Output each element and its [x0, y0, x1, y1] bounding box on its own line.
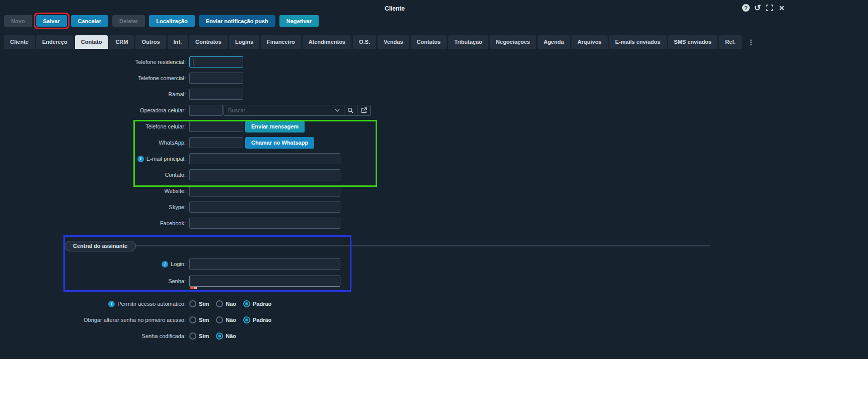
- skype-label: Skype:: [0, 204, 189, 210]
- search-icon[interactable]: [344, 105, 357, 115]
- tab-outros[interactable]: Outros: [135, 35, 166, 49]
- section-divider: [71, 245, 710, 246]
- info-icon: i: [162, 261, 168, 268]
- telefone-comercial-input[interactable]: [189, 73, 243, 84]
- operadora-celular-label: Operadora celular:: [0, 107, 189, 113]
- form-row-email-principal: i E-mail principal:: [0, 151, 789, 167]
- form-row-senha: Senha:: [0, 273, 789, 290]
- tab-logins[interactable]: Logins: [229, 35, 259, 49]
- codificada-sim-radio[interactable]: Sim: [189, 333, 209, 340]
- history-icon[interactable]: ↺: [753, 4, 762, 12]
- tab-financeiro[interactable]: Financeiro: [261, 35, 301, 49]
- radio-label: Padrão: [253, 317, 271, 323]
- login-input[interactable]: [189, 258, 340, 270]
- website-label: Website:: [0, 188, 189, 194]
- radio-circle: [243, 316, 250, 323]
- tab-atendimentos[interactable]: Atendimentos: [303, 35, 351, 49]
- radio-circle: [189, 316, 196, 323]
- tab-ref[interactable]: Ref.: [719, 35, 742, 49]
- tab-sms-enviados[interactable]: SMS enviados: [668, 35, 718, 49]
- radio-label: Padrão: [253, 301, 271, 307]
- fullscreen-icon[interactable]: [765, 4, 774, 12]
- enviar-notificacao-push-button[interactable]: Enviar notificação push: [199, 15, 275, 27]
- form-row-operadora-celular: Operadora celular: Buscar...: [0, 102, 789, 118]
- window-controls: ? ↺ ✕: [742, 4, 786, 12]
- permitir-padrao-radio[interactable]: Padrão: [243, 300, 271, 307]
- negativar-button[interactable]: Negativar: [279, 15, 319, 27]
- obrigar-padrao-radio[interactable]: Padrão: [243, 316, 271, 323]
- obrigar-senha-radio-group: Sim Não Padrão: [189, 316, 271, 323]
- tab-negociacoes[interactable]: Negociações: [490, 35, 536, 49]
- cancelar-button[interactable]: Cancelar: [71, 15, 108, 27]
- chevron-down-icon[interactable]: [331, 105, 344, 115]
- form-row-facebook: Facebook:: [0, 215, 789, 231]
- form-row-senha-codificada: Senha codificada: Sim Não: [0, 328, 789, 344]
- radio-circle: [216, 333, 223, 340]
- tab-contato[interactable]: Contato: [75, 35, 108, 49]
- facebook-label: Facebook:: [0, 220, 189, 226]
- tab-contratos[interactable]: Contratos: [189, 35, 228, 49]
- permitir-nao-radio[interactable]: Não: [216, 300, 236, 307]
- obrigar-nao-radio[interactable]: Não: [216, 316, 236, 323]
- website-input[interactable]: [189, 185, 340, 196]
- toolbar: Novo Salvar Cancelar Deletar Localização…: [4, 15, 319, 27]
- novo-button[interactable]: Novo: [4, 15, 32, 27]
- radio-label: Não: [226, 301, 236, 307]
- form-row-permitir-acesso: i Permitir acesso automático: Sim Não Pa…: [0, 296, 789, 312]
- form-row-telefone-comercial: Telefone comercial:: [0, 70, 789, 86]
- form-row-website: Website:: [0, 183, 789, 199]
- close-icon[interactable]: ✕: [777, 4, 786, 12]
- radio-circle: [216, 300, 223, 307]
- form-row-telefone-celular: Telefone celular: Enviar mensagem: [0, 118, 789, 135]
- tab-contatos[interactable]: Contatos: [411, 35, 447, 49]
- chamar-whatsapp-button[interactable]: Chamar no Whatsapp: [245, 137, 314, 149]
- radio-label: Não: [226, 333, 236, 339]
- window-title: Cliente: [0, 5, 789, 12]
- deletar-button[interactable]: Deletar: [112, 15, 145, 27]
- ramal-input[interactable]: [189, 89, 243, 100]
- tab-crm[interactable]: CRM: [109, 35, 134, 49]
- radio-circle: [243, 300, 250, 307]
- obrigar-sim-radio[interactable]: Sim: [189, 316, 209, 323]
- email-principal-input[interactable]: [189, 153, 340, 164]
- permitir-sim-radio[interactable]: Sim: [189, 300, 209, 307]
- senha-input[interactable]: [189, 276, 340, 287]
- tab-inf[interactable]: Inf.: [168, 35, 188, 49]
- senha-codificada-radio-group: Sim Não: [189, 333, 236, 340]
- info-icon: i: [137, 156, 144, 162]
- telefone-residencial-input[interactable]: [189, 56, 243, 68]
- ramal-label: Ramal:: [0, 91, 189, 97]
- telefone-celular-input[interactable]: [189, 121, 243, 132]
- whatsapp-input[interactable]: [189, 137, 243, 148]
- enviar-mensagem-button[interactable]: Enviar mensagem: [245, 121, 305, 133]
- tab-tributacao[interactable]: Tributação: [448, 35, 488, 49]
- external-link-icon[interactable]: [357, 105, 370, 115]
- operadora-search-combo[interactable]: Buscar...: [224, 105, 371, 116]
- skype-input[interactable]: [189, 202, 340, 213]
- info-icon: i: [108, 301, 115, 307]
- tab-agenda[interactable]: Agenda: [538, 35, 570, 49]
- permitir-acesso-label-text: Permitir acesso automático:: [117, 301, 186, 307]
- tab-emails-enviados[interactable]: E-mails enviados: [609, 35, 667, 49]
- radio-label: Sim: [199, 301, 209, 307]
- tab-cliente[interactable]: Cliente: [4, 35, 35, 49]
- tab-arquivos[interactable]: Arquivos: [571, 35, 608, 49]
- codificada-nao-radio[interactable]: Não: [216, 333, 236, 340]
- password-strength-mark: [190, 287, 197, 289]
- contato-input[interactable]: [189, 169, 340, 180]
- telefone-comercial-label: Telefone comercial:: [0, 75, 189, 81]
- help-icon[interactable]: ?: [742, 4, 750, 12]
- operadora-search-placeholder: Buscar...: [224, 107, 331, 113]
- form-row-contato: Contato:: [0, 167, 789, 183]
- tab-os[interactable]: O.S.: [353, 35, 376, 49]
- salvar-button[interactable]: Salvar: [36, 15, 67, 27]
- permitir-acesso-radio-group: Sim Não Padrão: [189, 300, 271, 307]
- localizacao-button[interactable]: Localização: [149, 15, 194, 27]
- tab-endereco[interactable]: Endereço: [36, 35, 74, 49]
- operadora-code-input[interactable]: [189, 105, 223, 116]
- tab-vendas[interactable]: Vendas: [378, 35, 409, 49]
- client-form-window: Cliente ? ↺ ✕ Novo Salvar Cancelar Delet…: [0, 0, 868, 359]
- tabs-overflow-button[interactable]: ⋮: [743, 35, 759, 49]
- central-assinante-section: Central do assinante: [0, 236, 789, 255]
- facebook-input[interactable]: [189, 218, 340, 229]
